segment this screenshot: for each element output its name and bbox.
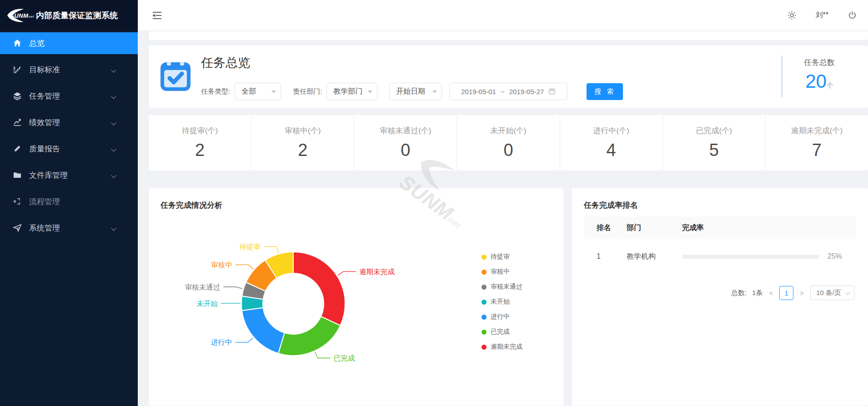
legend-label: 进行中	[491, 313, 510, 321]
navbar-right-group: 刘**	[787, 10, 857, 20]
task-type-select[interactable]: 全部	[235, 83, 281, 100]
page-title: 任务总览	[201, 55, 250, 71]
chevron-down-icon	[846, 291, 850, 295]
date-end-value: 2019-05-27	[509, 88, 544, 95]
donut-slice-进行中[interactable]	[242, 308, 285, 353]
stat-value: 2	[149, 140, 251, 160]
date-separator: ~	[501, 88, 505, 95]
sidebar-item-label: 文件库管理	[29, 170, 68, 180]
col-header-rank: 排名	[597, 223, 627, 233]
sidebar-item-label: 流程管理	[29, 196, 60, 207]
sidebar: SUNMnet 内部质量保证监测系统 总览 目标标准 任务管理	[0, 0, 138, 406]
search-button[interactable]: 搜 索	[587, 83, 623, 100]
task-completion-chart-card: 任务完成情况分析 逾期未完成已完成进行中未开始审核未通过审核中待提审 待提审审核…	[149, 188, 563, 406]
pagination: 总数: 1条 < 1 > 10 条/页	[731, 286, 854, 300]
sidebar-item-target-standard[interactable]: 目标标准	[0, 59, 138, 80]
dept-value: 教学部门	[333, 87, 362, 96]
chevron-down-icon	[111, 146, 116, 151]
sidebar-item-task-management[interactable]: 任务管理	[0, 85, 138, 107]
rank-table: 排名 部门 完成率 1教学机构25%	[584, 216, 856, 274]
legend-dot-icon	[482, 300, 487, 305]
caret-down-icon	[271, 90, 276, 93]
stat-cell-3: 未开始(个)0	[457, 115, 559, 170]
pagination-total-value: 1条	[752, 289, 763, 297]
donut-callout-line	[235, 338, 253, 342]
chevron-down-icon	[111, 226, 116, 231]
rank-table-body: 1教学机构25%	[584, 239, 856, 274]
chevron-down-icon	[111, 120, 116, 125]
flow-icon	[12, 196, 22, 206]
legend-item-审核中[interactable]: 审核中	[482, 268, 522, 276]
sidebar-item-performance-management[interactable]: 绩效管理	[0, 111, 138, 133]
rate-cell: 25%	[682, 252, 856, 261]
stat-cell-4: 进行中(个)4	[560, 115, 662, 170]
stat-label: 未开始(个)	[457, 125, 559, 136]
donut-label: 未开始	[197, 300, 218, 307]
chevron-down-icon	[111, 173, 116, 178]
task-total-value: 20个	[786, 70, 853, 92]
legend-label: 审核未通过	[491, 283, 522, 291]
sidebar-item-file-library[interactable]: 文件库管理	[0, 164, 138, 186]
donut-slice-逾期未完成[interactable]	[293, 252, 345, 326]
donut-chart: 逾期未完成已完成进行中未开始审核未通过审核中待提审	[149, 188, 485, 406]
stat-value: 0	[457, 140, 559, 160]
sidebar-item-label: 任务管理	[29, 91, 60, 101]
app-title: 内部质量保证监测系统	[36, 10, 118, 21]
stats-band: 待提审(个)2审核中(个)2审核未通过(个)0未开始(个)0进行中(个)4已完成…	[149, 115, 868, 170]
next-page-button[interactable]: >	[799, 289, 805, 297]
task-total-block: 任务总数 20个	[786, 57, 853, 92]
page-size-select[interactable]: 10 条/页	[810, 286, 854, 300]
sidebar-item-label: 目标标准	[29, 65, 60, 75]
legend-dot-icon	[482, 255, 487, 260]
date-type-value: 开始日期	[396, 87, 425, 96]
legend-dot-icon	[482, 270, 487, 275]
legend-item-审核未通过[interactable]: 审核未通过	[482, 283, 522, 291]
col-header-rate: 完成率	[682, 223, 704, 233]
donut-callout-line	[315, 352, 331, 358]
donut-slice-已完成[interactable]	[278, 316, 340, 356]
sidebar-collapse-button[interactable]	[151, 10, 163, 20]
legend-item-未开始[interactable]: 未开始	[482, 298, 522, 306]
page-size-value: 10 条/页	[816, 289, 841, 297]
col-header-dept: 部门	[627, 223, 682, 233]
legend-label: 已完成	[491, 328, 510, 336]
prev-page-button[interactable]: <	[768, 289, 774, 297]
task-type-value: 全部	[241, 87, 256, 96]
rank-table-header: 排名 部门 完成率	[584, 216, 856, 239]
donut-label: 审核中	[211, 261, 232, 269]
legend-item-进行中[interactable]: 进行中	[482, 313, 522, 321]
stat-value: 5	[663, 140, 765, 160]
stat-label: 待提审(个)	[149, 125, 251, 136]
user-menu[interactable]: 刘**	[816, 10, 828, 20]
logout-power-icon[interactable]	[848, 10, 857, 20]
date-range-input[interactable]: 2019-05-01 ~ 2019-05-27	[449, 83, 567, 100]
chevron-down-icon	[111, 67, 116, 72]
date-type-select[interactable]: 开始日期	[389, 83, 442, 100]
sidebar-item-process-management[interactable]: 流程管理	[0, 190, 138, 212]
total-divider	[781, 55, 783, 97]
dept-select[interactable]: 教学部门	[326, 83, 377, 100]
donut-callout-line	[223, 287, 242, 289]
stat-label: 进行中(个)	[560, 125, 662, 136]
scrolled-card-remnant	[149, 31, 868, 40]
chart-legend: 待提审审核中审核未通过未开始进行中已完成逾期未完成	[482, 253, 522, 351]
sidebar-item-system-management[interactable]: 系统管理	[0, 217, 138, 239]
legend-label: 逾期未完成	[491, 343, 522, 351]
paper-plane-icon	[12, 223, 22, 233]
stat-value: 4	[560, 140, 662, 160]
sidebar-menu: 总览 目标标准 任务管理 绩效管理 质量报告	[0, 31, 138, 239]
page-number-button[interactable]: 1	[779, 286, 793, 300]
pagination-total-label: 总数:	[731, 289, 747, 297]
filter-row: 任务类型: 全部 责任部门: 教学部门 开始日期 2019-05-01 ~ 20…	[201, 83, 623, 100]
legend-item-逾期未完成[interactable]: 逾期未完成	[482, 343, 522, 351]
legend-dot-icon	[482, 285, 487, 290]
donut-label: 逾期未完成	[359, 268, 395, 276]
sidebar-item-quality-report[interactable]: 质量报告	[0, 138, 138, 160]
legend-item-待提审[interactable]: 待提审	[482, 253, 522, 261]
donut-label: 已完成	[334, 354, 355, 362]
home-icon	[12, 38, 22, 48]
legend-item-已完成[interactable]: 已完成	[482, 328, 522, 336]
stairs-icon	[12, 65, 22, 75]
settings-gear-icon[interactable]	[787, 10, 797, 20]
sidebar-item-overview[interactable]: 总览	[0, 32, 138, 54]
